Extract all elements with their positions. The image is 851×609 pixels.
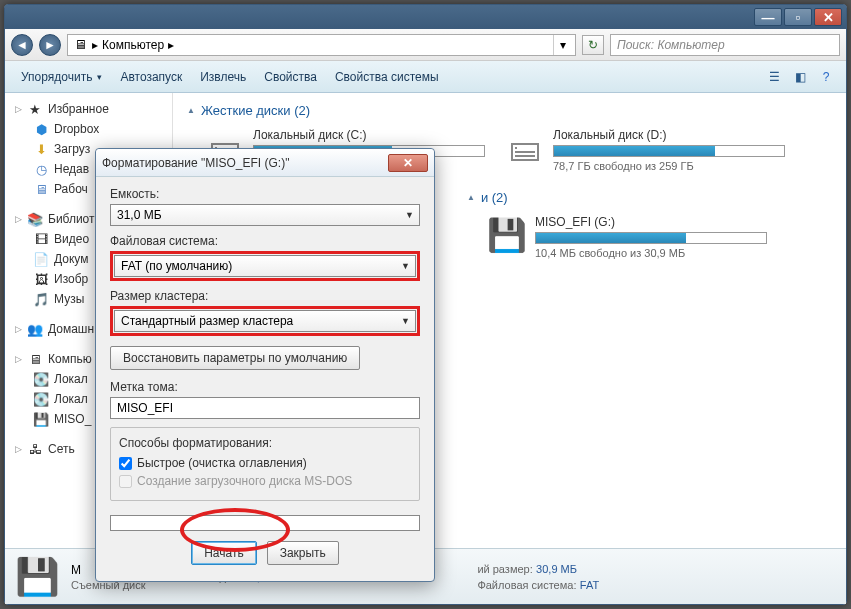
- sidebar-item-dropbox[interactable]: ⬢Dropbox: [5, 119, 172, 139]
- dialog-close-button[interactable]: ✕: [388, 154, 428, 172]
- dialog-titlebar: Форматирование "MISO_EFI (G:)" ✕: [96, 149, 434, 177]
- format-options-label: Способы форматирования:: [119, 436, 411, 450]
- status-size-label: ий размер:: [477, 563, 532, 575]
- video-icon: 🎞: [33, 231, 49, 247]
- volume-label-label: Метка тома:: [110, 380, 420, 394]
- drive-usage-bar: [535, 232, 767, 244]
- minimize-button[interactable]: —: [754, 8, 782, 26]
- homegroup-icon: 👥: [27, 321, 43, 337]
- capacity-label: Емкость:: [110, 187, 420, 201]
- hdd-section-header[interactable]: Жесткие диски (2): [187, 99, 832, 122]
- breadcrumb[interactable]: Компьютер: [102, 38, 164, 52]
- filesystem-combo[interactable]: FAT (по умолчанию): [114, 255, 416, 277]
- drive-g[interactable]: 💾 MISO_EFI (G:) 10,4 МБ свободно из 30,9…: [487, 215, 767, 259]
- library-icon: 📚: [27, 211, 43, 227]
- capacity-combo[interactable]: 31,0 МБ: [110, 204, 420, 226]
- format-dialog: Форматирование "MISO_EFI (G:)" ✕ Емкость…: [95, 148, 435, 582]
- view-icon[interactable]: ☰: [762, 66, 786, 88]
- close-button[interactable]: Закрыть: [267, 541, 339, 565]
- hdd-icon: 🖴: [505, 128, 545, 168]
- preview-icon[interactable]: ◧: [788, 66, 812, 88]
- help-icon[interactable]: ?: [814, 66, 838, 88]
- autoplay-button[interactable]: Автозапуск: [112, 66, 190, 88]
- volume-label-input[interactable]: [110, 397, 420, 419]
- reset-defaults-button[interactable]: Восстановить параметры по умолчанию: [110, 346, 360, 370]
- system-properties-button[interactable]: Свойства системы: [327, 66, 447, 88]
- removable-section-header[interactable]: и (2): [467, 186, 832, 209]
- computer-icon: 🖥: [27, 351, 43, 367]
- drive-name: Локальный диск (D:): [553, 128, 785, 142]
- cluster-label: Размер кластера:: [110, 289, 420, 303]
- nav-bar: ◄ ► 🖥 ▸ Компьютер ▸ ▾ ↻ Поиск: Компьютер: [5, 29, 846, 61]
- titlebar: — ▫ ✕: [5, 5, 846, 29]
- start-button[interactable]: Начать: [191, 541, 257, 565]
- picture-icon: 🖼: [33, 271, 49, 287]
- desktop-icon: 🖥: [33, 181, 49, 197]
- drive-name: MISO_EFI (G:): [535, 215, 767, 229]
- sidebar-favorites[interactable]: ★Избранное: [5, 99, 172, 119]
- search-input[interactable]: Поиск: Компьютер: [610, 34, 840, 56]
- recent-icon: ◷: [33, 161, 49, 177]
- status-fs-label: Файловая система:: [477, 579, 576, 591]
- address-dropdown[interactable]: ▾: [553, 35, 571, 55]
- drive-usage-bar: [553, 145, 785, 157]
- msdos-boot-checkbox: Создание загрузочного диска MS-DOS: [119, 474, 411, 488]
- status-size: 30,9 МБ: [536, 563, 577, 575]
- back-button[interactable]: ◄: [11, 34, 33, 56]
- forward-button[interactable]: ►: [39, 34, 61, 56]
- close-button[interactable]: ✕: [814, 8, 842, 26]
- organize-menu[interactable]: Упорядочить: [13, 66, 110, 88]
- properties-button[interactable]: Свойства: [256, 66, 325, 88]
- toolbar: Упорядочить Автозапуск Извлечь Свойства …: [5, 61, 846, 93]
- quick-format-checkbox[interactable]: Быстрое (очистка оглавления): [119, 456, 411, 470]
- filesystem-highlight: FAT (по умолчанию): [110, 251, 420, 281]
- address-bar[interactable]: 🖥 ▸ Компьютер ▸ ▾: [67, 34, 576, 56]
- drive-stat: 78,7 ГБ свободно из 259 ГБ: [553, 160, 785, 172]
- download-icon: ⬇: [33, 141, 49, 157]
- breadcrumb-sep: ▸: [168, 38, 174, 52]
- dialog-title: Форматирование "MISO_EFI (G:)": [102, 156, 388, 170]
- drive-stat: 10,4 МБ свободно из 30,9 МБ: [535, 247, 767, 259]
- drive-name: Локальный диск (C:): [253, 128, 485, 142]
- network-icon: 🖧: [27, 441, 43, 457]
- status-fs: FAT: [580, 579, 599, 591]
- progress-bar: [110, 515, 420, 531]
- cluster-combo[interactable]: Стандартный размер кластера: [114, 310, 416, 332]
- drive-d[interactable]: 🖴 Локальный диск (D:) 78,7 ГБ свободно и…: [505, 128, 785, 172]
- disk-icon: 💽: [33, 391, 49, 407]
- format-options-group: Способы форматирования: Быстрое (очистка…: [110, 427, 420, 501]
- document-icon: 📄: [33, 251, 49, 267]
- filesystem-label: Файловая система:: [110, 234, 420, 248]
- refresh-button[interactable]: ↻: [582, 35, 604, 55]
- removable-icon: 💾: [33, 411, 49, 427]
- cluster-highlight: Стандартный размер кластера: [110, 306, 420, 336]
- breadcrumb-sep: ▸: [92, 38, 98, 52]
- computer-icon: 🖥: [72, 37, 88, 53]
- removable-icon: 💾: [15, 555, 59, 599]
- eject-button[interactable]: Извлечь: [192, 66, 254, 88]
- dropbox-icon: ⬢: [33, 121, 49, 137]
- music-icon: 🎵: [33, 291, 49, 307]
- disk-icon: 💽: [33, 371, 49, 387]
- removable-icon: 💾: [487, 215, 527, 255]
- maximize-button[interactable]: ▫: [784, 8, 812, 26]
- star-icon: ★: [27, 101, 43, 117]
